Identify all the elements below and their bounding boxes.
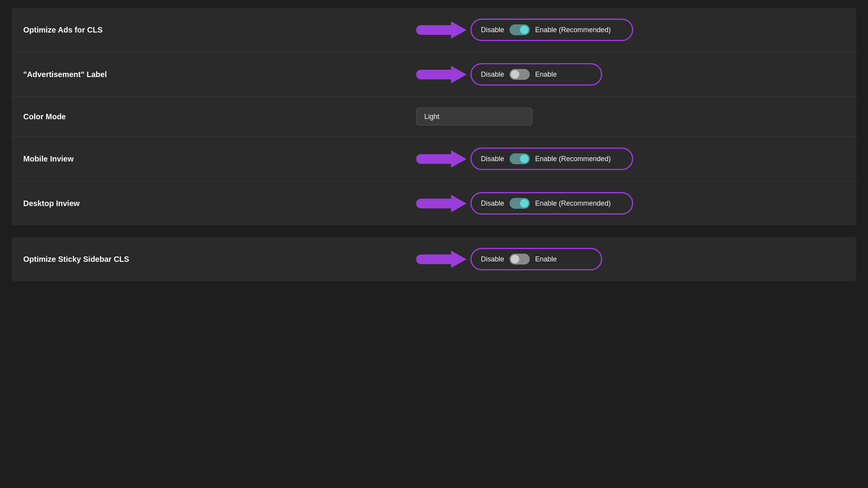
arrow-icon-1	[416, 19, 467, 41]
desktop-inview-control: Disable Enable (Recommended)	[393, 192, 845, 215]
toggle-thumb	[520, 26, 529, 34]
optimize-ads-cls-row: Optimize Ads for CLS Disable Enable (Rec	[12, 8, 856, 52]
arrow-icon-3	[416, 148, 467, 170]
optimize-sticky-sidebar-cls-toggle-container: Disable Enable	[470, 248, 602, 270]
optimize-ads-cls-control: Disable Enable (Recommended)	[393, 19, 845, 41]
secondary-settings-panel: Optimize Sticky Sidebar CLS Disable Enab…	[12, 237, 856, 281]
mobile-inview-disable-label: Disable	[481, 155, 504, 163]
desktop-inview-toggle-container: Disable Enable (Recommended)	[470, 192, 633, 215]
main-settings-panel: Optimize Ads for CLS Disable Enable (Rec	[12, 8, 856, 225]
optimize-sticky-sidebar-cls-disable-label: Disable	[481, 255, 504, 263]
svg-rect-5	[416, 154, 455, 164]
optimize-sticky-sidebar-cls-row: Optimize Sticky Sidebar CLS Disable Enab…	[12, 237, 856, 281]
toggle-thumb	[520, 199, 529, 208]
mobile-inview-toggle-container: Disable Enable (Recommended)	[470, 148, 633, 170]
optimize-sticky-sidebar-cls-toggle[interactable]	[510, 254, 530, 265]
toggle-thumb	[511, 255, 519, 263]
arrow-icon-5	[416, 249, 467, 270]
mobile-inview-enable-label: Enable (Recommended)	[535, 155, 611, 163]
advertisement-label-toggle-container: Disable Enable	[470, 63, 602, 86]
desktop-inview-row: Desktop Inview Disable Enable (Recommend…	[12, 181, 856, 225]
desktop-inview-disable-label: Disable	[481, 199, 504, 208]
svg-marker-8	[451, 195, 467, 212]
advertisement-label-row: "Advertisement" Label Disable Enable	[12, 52, 856, 97]
color-mode-control: Light Dark Auto	[393, 108, 845, 125]
color-mode-label: Color Mode	[23, 112, 393, 121]
color-mode-row: Color Mode Light Dark Auto	[12, 97, 856, 137]
desktop-inview-toggle[interactable]	[510, 198, 530, 209]
arrow-icon-2	[416, 64, 467, 85]
svg-rect-1	[416, 25, 455, 35]
mobile-inview-control: Disable Enable (Recommended)	[393, 148, 845, 170]
optimize-ads-cls-toggle-container: Disable Enable (Recommended)	[470, 19, 633, 41]
advertisement-label-toggle[interactable]	[510, 69, 530, 80]
optimize-ads-cls-disable-label: Disable	[481, 26, 504, 34]
optimize-sticky-sidebar-cls-label: Optimize Sticky Sidebar CLS	[23, 255, 393, 264]
svg-marker-6	[451, 150, 467, 168]
svg-marker-4	[451, 66, 467, 83]
svg-rect-7	[416, 199, 455, 208]
svg-marker-2	[451, 21, 467, 39]
optimize-ads-cls-label: Optimize Ads for CLS	[23, 26, 393, 34]
advertisement-label-enable-label: Enable	[535, 70, 557, 79]
optimize-ads-cls-enable-label: Enable (Recommended)	[535, 26, 611, 34]
optimize-ads-cls-toggle[interactable]	[510, 24, 530, 35]
arrow-icon-4	[416, 193, 467, 214]
optimize-sticky-sidebar-cls-control: Disable Enable	[393, 248, 845, 270]
mobile-inview-row: Mobile Inview Disable Enable (Recommende…	[12, 137, 856, 181]
advertisement-label-label: "Advertisement" Label	[23, 70, 393, 79]
advertisement-label-disable-label: Disable	[481, 70, 504, 79]
svg-marker-10	[451, 251, 467, 268]
color-mode-select[interactable]: Light Dark Auto	[416, 108, 532, 125]
svg-rect-3	[416, 70, 455, 79]
optimize-sticky-sidebar-cls-enable-label: Enable	[535, 255, 557, 263]
toggle-thumb	[520, 155, 529, 163]
svg-rect-9	[416, 254, 455, 264]
advertisement-label-control: Disable Enable	[393, 63, 845, 86]
toggle-thumb	[511, 70, 519, 79]
mobile-inview-label: Mobile Inview	[23, 155, 393, 163]
mobile-inview-toggle[interactable]	[510, 153, 530, 164]
desktop-inview-label: Desktop Inview	[23, 199, 393, 208]
desktop-inview-enable-label: Enable (Recommended)	[535, 199, 611, 208]
